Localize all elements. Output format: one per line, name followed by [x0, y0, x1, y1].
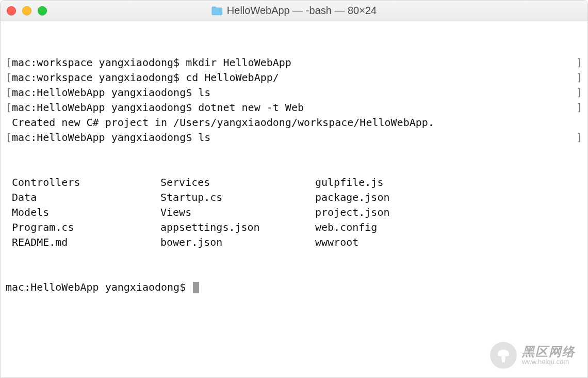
listing-item: project.json [315, 205, 582, 220]
listing-item: Views [160, 205, 315, 220]
listing-item: appsettings.json [160, 220, 315, 235]
listing-item: web.config [315, 220, 582, 235]
terminal-line: [mac:HelloWebApp yangxiaodong$ ls] [6, 130, 582, 145]
listing-item: package.json [315, 190, 582, 205]
listing-row: ControllersServicesgulpfile.js [6, 175, 582, 190]
listing-item: Data [6, 190, 160, 205]
traffic-lights [7, 6, 47, 15]
listing-item: README.md [6, 235, 160, 250]
terminal-output: [mac:workspace yangxiaodong$ mkdir Hello… [6, 55, 582, 145]
listing-item: Models [6, 205, 160, 220]
listing-item: Services [160, 175, 315, 190]
terminal-line: [mac:workspace yangxiaodong$ cd HelloWeb… [6, 70, 582, 85]
current-prompt-line: mac:HelloWebApp yangxiaodong$ [6, 280, 582, 295]
window-title: HelloWebApp — -bash — 80×24 [227, 5, 377, 17]
close-button[interactable] [7, 6, 16, 15]
listing-item: gulpfile.js [315, 175, 582, 190]
terminal-line: Created new C# project in /Users/yangxia… [6, 115, 582, 130]
listing-row: README.mdbower.jsonwwwroot [6, 235, 582, 250]
terminal-line: [mac:HelloWebApp yangxiaodong$ ls] [6, 85, 582, 100]
window-title-area: HelloWebApp — -bash — 80×24 [211, 5, 377, 17]
listing-row: ModelsViewsproject.json [6, 205, 582, 220]
listing-item: Startup.cs [160, 190, 315, 205]
terminal-window: HelloWebApp — -bash — 80×24 [mac:workspa… [0, 0, 588, 378]
current-prompt: mac:HelloWebApp yangxiaodong$ [6, 281, 192, 293]
titlebar[interactable]: HelloWebApp — -bash — 80×24 [1, 1, 587, 21]
cursor [193, 282, 199, 293]
terminal-body[interactable]: [mac:workspace yangxiaodong$ mkdir Hello… [1, 21, 587, 377]
folder-icon [211, 6, 223, 15]
terminal-line: [mac:HelloWebApp yangxiaodong$ dotnet ne… [6, 100, 582, 115]
listing-item: Controllers [6, 175, 160, 190]
listing-row: Program.csappsettings.jsonweb.config [6, 220, 582, 235]
terminal-line: [mac:workspace yangxiaodong$ mkdir Hello… [6, 55, 582, 70]
minimize-button[interactable] [22, 6, 31, 15]
listing-item: wwwroot [315, 235, 582, 250]
listing-item: bower.json [160, 235, 315, 250]
listing-row: DataStartup.cspackage.json [6, 190, 582, 205]
maximize-button[interactable] [38, 6, 47, 15]
ls-listing: ControllersServicesgulpfile.js DataStart… [6, 175, 582, 250]
listing-item: Program.cs [6, 220, 160, 235]
